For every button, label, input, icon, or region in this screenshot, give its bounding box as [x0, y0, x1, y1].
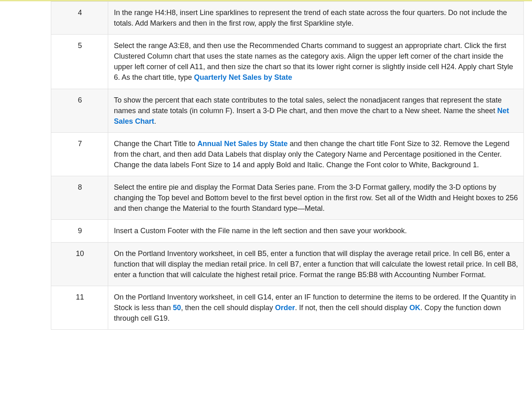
- step-instruction: Select the entire pie and display the Fo…: [108, 176, 524, 220]
- step-instruction: Insert a Custom Footer with the File nam…: [108, 220, 524, 242]
- table-row: 11On the Portland Inventory worksheet, i…: [51, 286, 524, 329]
- table-row: 7Change the Chart Title to Annual Net Sa…: [51, 132, 524, 176]
- highlighted-text: 50: [173, 304, 181, 312]
- highlighted-text: Order: [275, 304, 295, 312]
- highlighted-text: Annual Net Sales by State: [197, 140, 288, 148]
- step-instruction: On the Portland Inventory worksheet, in …: [108, 242, 524, 286]
- step-number: 5: [51, 35, 108, 89]
- instruction-text: On the Portland Inventory worksheet, in …: [114, 249, 518, 279]
- step-instruction: Select the range A3:E8, and then use the…: [108, 35, 524, 89]
- table-row: 6To show the percent that each state con…: [51, 89, 524, 132]
- instruction-text: . If not, then the cell should display: [295, 304, 409, 312]
- instruction-text: In the range H4:H8, insert Line sparklin…: [114, 9, 507, 27]
- instruction-text: Select the entire pie and display the Fo…: [114, 183, 518, 212]
- instructions-page: 4In the range H4:H8, insert Line sparkli…: [0, 1, 532, 330]
- step-instruction: To show the percent that each state cont…: [108, 89, 524, 132]
- step-instruction: Change the Chart Title to Annual Net Sal…: [108, 132, 524, 176]
- step-number: 6: [51, 89, 108, 132]
- instruction-text: Select the range A3:E8, and then use the…: [114, 42, 513, 81]
- step-instruction: In the range H4:H8, insert Line sparklin…: [108, 2, 524, 35]
- instructions-table: 4In the range H4:H8, insert Line sparkli…: [51, 1, 524, 330]
- instruction-text: To show the percent that each state cont…: [114, 96, 502, 115]
- instruction-text: Change the Chart Title to: [114, 140, 197, 148]
- instruction-text: , then the cell should display: [181, 304, 275, 312]
- highlighted-text: Quarterly Net Sales by State: [194, 73, 292, 81]
- highlighted-text: OK: [409, 304, 420, 312]
- instruction-text: Insert a Custom Footer with the File nam…: [114, 227, 407, 235]
- table-row: 4In the range H4:H8, insert Line sparkli…: [51, 2, 524, 35]
- step-number: 4: [51, 2, 108, 35]
- step-instruction: On the Portland Inventory worksheet, in …: [108, 286, 524, 329]
- step-number: 9: [51, 220, 108, 242]
- table-row: 8Select the entire pie and display the F…: [51, 176, 524, 220]
- step-number: 10: [51, 242, 108, 286]
- table-row: 10On the Portland Inventory worksheet, i…: [51, 242, 524, 286]
- table-row: 5Select the range A3:E8, and then use th…: [51, 35, 524, 89]
- instruction-text: .: [154, 117, 156, 125]
- table-row: 9Insert a Custom Footer with the File na…: [51, 220, 524, 242]
- step-number: 7: [51, 132, 108, 176]
- step-number: 8: [51, 176, 108, 220]
- step-number: 11: [51, 286, 108, 329]
